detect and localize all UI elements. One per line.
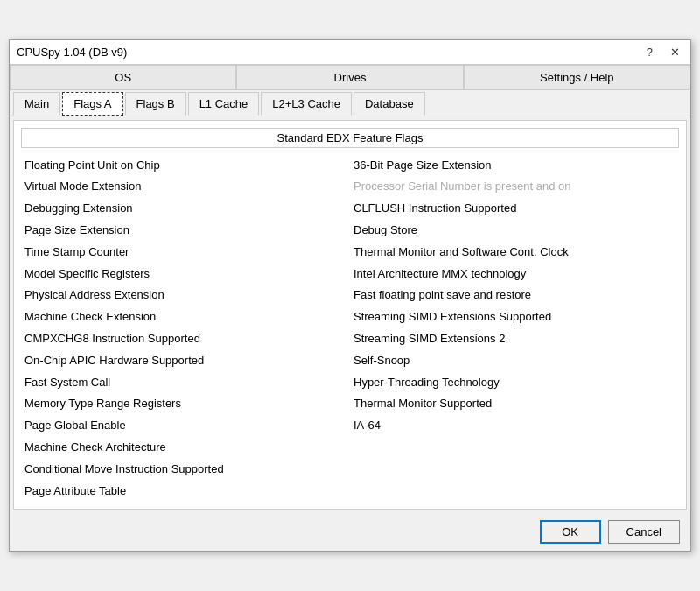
list-item: 36-Bit Page Size Extension: [350, 155, 679, 177]
list-item: CLFLUSH Instruction Supported: [350, 198, 679, 220]
tab-settings-help[interactable]: Settings / Help: [464, 65, 690, 89]
close-button[interactable]: ✕: [667, 46, 683, 59]
title-bar-controls: ? ✕: [643, 46, 683, 59]
list-item: Page Size Extension: [21, 220, 350, 242]
top-tab-group: OS Drives Settings / Help: [10, 65, 690, 90]
list-item: Streaming SIMD Extensions Supported: [350, 306, 679, 328]
cancel-button[interactable]: Cancel: [608, 520, 680, 544]
title-bar: CPUSpy 1.04 (DB v9) ? ✕: [10, 40, 690, 65]
app-title: CPUSpy 1.04 (DB v9): [17, 46, 127, 59]
list-item: Physical Address Extension: [21, 285, 350, 306]
list-item: Fast System Call: [21, 372, 350, 394]
list-item: Self-Snoop: [350, 350, 679, 372]
list-item: Debugging Extension: [21, 198, 350, 220]
list-item: Fast floating point save and restore: [350, 285, 679, 306]
list-item: Processor Serial Number is present and o…: [350, 176, 679, 198]
help-button[interactable]: ?: [643, 46, 656, 59]
list-item: Debug Store: [350, 220, 679, 242]
list-item: Thermal Monitor and Software Cont. Clock: [350, 242, 679, 264]
list-item: [350, 444, 679, 447]
tab-l1-cache[interactable]: L1 Cache: [188, 92, 260, 116]
list-item: Thermal Monitor Supported: [350, 393, 679, 415]
tab-database[interactable]: Database: [354, 92, 425, 116]
tab-drives[interactable]: Drives: [236, 65, 463, 89]
list-item: Memory Type Range Registers: [21, 393, 350, 415]
app-window: CPUSpy 1.04 (DB v9) ? ✕ OS Drives Settin…: [9, 39, 691, 552]
features-left-col: Floating Point Unit on Chip Virtual Mode…: [21, 155, 350, 503]
list-item: Hyper-Threading Technology: [350, 372, 679, 394]
list-item: Virtual Mode Extension: [21, 176, 350, 198]
bottom-tab-group: Main Flags A Flags B L1 Cache L2+L3 Cach…: [10, 90, 690, 116]
list-item: Time Stamp Counter: [21, 242, 350, 264]
list-item: Model Specific Registers: [21, 264, 350, 285]
features-grid: Floating Point Unit on Chip Virtual Mode…: [21, 155, 679, 503]
tab-flags-b[interactable]: Flags B: [125, 92, 186, 116]
ok-button[interactable]: OK: [540, 520, 601, 544]
list-item: Machine Check Architecture: [21, 437, 350, 459]
footer: OK Cancel: [10, 513, 690, 551]
tab-main[interactable]: Main: [13, 92, 60, 116]
list-item: Page Attribute Table: [21, 481, 350, 503]
tab-os[interactable]: OS: [10, 65, 236, 89]
content-area: Standard EDX Feature Flags Floating Poin…: [13, 120, 687, 510]
list-item: CMPXCHG8 Instruction Supported: [21, 328, 350, 350]
list-item: Page Global Enable: [21, 415, 350, 437]
list-item: Intel Architecture MMX technology: [350, 264, 679, 285]
list-item: Conditional Move Instruction Supported: [21, 459, 350, 481]
list-item: IA-64: [350, 415, 679, 437]
tab-flags-a[interactable]: Flags A: [62, 92, 122, 116]
features-right-col: 36-Bit Page Size Extension Processor Ser…: [350, 155, 679, 503]
list-item: On-Chip APIC Hardware Supported: [21, 350, 350, 372]
list-item: Floating Point Unit on Chip: [21, 155, 350, 177]
tab-l2l3-cache[interactable]: L2+L3 Cache: [261, 92, 352, 116]
section-title: Standard EDX Feature Flags: [21, 128, 679, 148]
list-item: Streaming SIMD Extensions 2: [350, 328, 679, 350]
list-item: Machine Check Extension: [21, 306, 350, 328]
